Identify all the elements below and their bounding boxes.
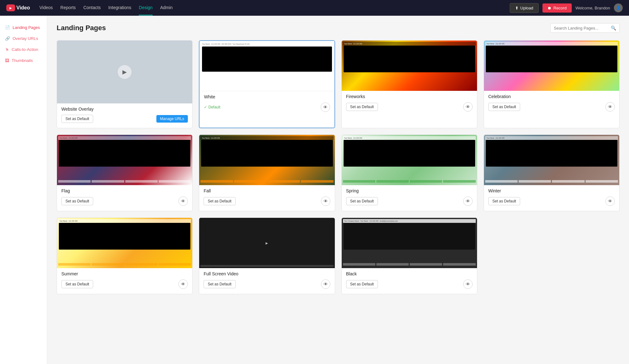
upload-button[interactable]: ⬆ Upload [510, 3, 539, 13]
logo[interactable]: Video [6, 4, 30, 11]
sidebar-item-landing-pages[interactable]: 📄 Landing Pages [0, 22, 47, 33]
thumb-black-link-2 [376, 263, 409, 266]
nav-integrations[interactable]: Integrations [108, 0, 131, 15]
thumb-video-summer [59, 223, 190, 250]
nav-reports[interactable]: Reports [60, 0, 76, 15]
set-default-button-summer[interactable]: Set as Default [61, 280, 93, 288]
set-default-button-fireworks[interactable]: Set as Default [346, 103, 378, 111]
thumb-fall-link-4 [301, 180, 333, 183]
preview-button-white[interactable]: 👁 [321, 102, 330, 112]
set-default-button-flag[interactable]: Set as Default [61, 197, 93, 205]
thumb-flag-link-4 [159, 180, 191, 183]
template-info-fullscreen: Full Screen Video Set as Default 👁 [199, 268, 334, 289]
thumb-black-link-1 [343, 263, 375, 266]
thumb-winter-link-4 [586, 180, 618, 183]
default-badge: ✓ Default [204, 105, 220, 109]
top-navigation: Video Videos Reports Contacts Integratio… [0, 0, 629, 16]
template-thumbnail-celebration: Your Name · 111-222-333 ▶ [484, 41, 619, 91]
set-default-button-fullscreen[interactable]: Set as Default [204, 280, 235, 288]
preview-button-celebration[interactable]: 👁 [605, 102, 615, 112]
template-thumbnail-winter: Your Name · 111-222-333 ▶ [484, 135, 619, 185]
set-default-button-black[interactable]: Set as Default [346, 280, 378, 288]
template-thumbnail-fullscreen: ▶ [199, 218, 334, 268]
template-info-summer: Summer Set as Default 👁 [57, 268, 192, 289]
thumb-footer-black [343, 263, 476, 266]
template-thumbnail-flag: Your Name · 111-222-333 ▶ [57, 135, 192, 185]
thumb-video-fall [201, 140, 333, 167]
template-actions-flag: Set as Default 👁 [61, 196, 188, 206]
preview-button-winter[interactable]: 👁 [605, 196, 615, 206]
upload-icon: ⬆ [515, 6, 519, 10]
page-title: Landing Pages [57, 24, 106, 32]
thumb-flag-link-3 [125, 180, 158, 183]
preview-button-spring[interactable]: 👁 [463, 196, 473, 206]
template-info-celebration: Celebration Set as Default 👁 [484, 91, 619, 112]
check-icon: ✓ [204, 105, 207, 109]
eye-icon-fullscreen: 👁 [323, 282, 328, 287]
nav-videos[interactable]: Videos [39, 0, 53, 15]
main-layout: 📄 Landing Pages 🔗 Overlay URLs 🖱 Calls-t… [0, 16, 629, 364]
template-actions-summer: Set as Default 👁 [61, 279, 188, 289]
template-info-website-overlay: Website Overlay Set as Default Manage UR… [57, 103, 192, 123]
thumb-video-fireworks [344, 46, 475, 72]
template-card-black: Your Company Name · Your Name · 111-222-… [341, 218, 477, 294]
template-name-celebration: Celebration [488, 94, 615, 99]
set-default-button-spring[interactable]: Set as Default [346, 197, 378, 205]
eye-icon-winter: 👁 [608, 199, 612, 204]
template-card-fall: Your Name · 111-222-333 ▶ Fall Set as De… [199, 135, 335, 211]
template-thumbnail-fall: Your Name · 111-222-333 ▶ [199, 135, 334, 185]
record-button[interactable]: ⏺ Record [542, 3, 572, 13]
thumb-fall-link-3 [267, 180, 300, 183]
link-icon: 🔗 [5, 36, 10, 41]
thumb-fall-link-2 [234, 180, 267, 183]
template-name-winter: Winter [488, 188, 615, 193]
nav-contacts[interactable]: Contacts [83, 0, 101, 15]
template-thumbnail-white: Your Name · 111-222-333 · 222-333-4444 ·… [199, 41, 334, 91]
thumb-spring-link-2 [376, 180, 409, 183]
sidebar-item-calls-to-action[interactable]: 🖱 Calls-to-Action [0, 44, 47, 55]
template-card-spring: Your Name · 111-222-333 ▶ Spring Set as … [341, 135, 477, 211]
thumb-black-link-4 [443, 263, 475, 266]
thumb-link-1 [201, 86, 233, 88]
template-thumbnail-fireworks: Your Name · 111-222-333 ▶ [342, 41, 477, 91]
template-card-winter: Your Name · 111-222-333 ▶ Winter Set as … [484, 135, 620, 211]
nav-design[interactable]: Design [139, 0, 153, 15]
template-thumbnail-website-overlay: ▶ [57, 41, 192, 103]
sidebar-item-thumbnails[interactable]: 🖼 Thumbnails [0, 55, 47, 66]
thumb-video-flag [59, 140, 190, 167]
search-input[interactable] [554, 26, 609, 30]
set-default-button-celebration[interactable]: Set as Default [488, 103, 520, 111]
thumb-spring-link-4 [443, 180, 475, 183]
preview-button-black[interactable]: 👁 [463, 279, 473, 289]
thumb-summer-link-4 [159, 263, 191, 266]
thumb-header-celebration: Your Name · 111-222-333 [485, 42, 618, 46]
thumb-header-winter: Your Name · 111-222-333 [485, 136, 618, 140]
preview-button-fall[interactable]: 👁 [321, 196, 330, 206]
logo-icon [6, 4, 15, 11]
thumb-header-fireworks: Your Name · 111-222-333 [343, 42, 476, 46]
thumb-black-link-3 [410, 263, 442, 266]
template-name-website-overlay: Website Overlay [61, 107, 188, 112]
set-default-button-website-overlay[interactable]: Set as Default [61, 115, 93, 123]
thumb-fall-link-1 [200, 180, 233, 183]
thumb-header-fall: Your Name · 111-222-333 [200, 136, 333, 140]
thumb-winter-link-3 [552, 180, 584, 183]
template-thumbnail-black: Your Company Name · Your Name · 111-222-… [342, 218, 477, 268]
search-icon: 🔍 [611, 25, 616, 30]
thumb-link-3 [267, 86, 300, 88]
template-info-winter: Winter Set as Default 👁 [484, 185, 619, 206]
set-default-button-fall[interactable]: Set as Default [204, 197, 235, 205]
preview-button-summer[interactable]: 👁 [178, 279, 188, 289]
sidebar-item-overlay-urls[interactable]: 🔗 Overlay URLs [0, 33, 47, 44]
set-default-button-winter[interactable]: Set as Default [488, 197, 520, 205]
template-card-fireworks: Your Name · 111-222-333 ▶ Fireworks Set … [341, 40, 477, 128]
manage-urls-button[interactable]: Manage URLs [156, 115, 188, 123]
file-icon: 📄 [5, 25, 10, 30]
thumb-link-2 [234, 86, 267, 88]
preview-button-fireworks[interactable]: 👁 [463, 102, 473, 112]
nav-admin[interactable]: Admin [160, 0, 173, 15]
template-name-white: White [204, 94, 330, 99]
avatar[interactable]: 👤 [614, 3, 623, 12]
preview-button-flag[interactable]: 👁 [178, 196, 188, 206]
preview-button-fullscreen[interactable]: 👁 [321, 279, 330, 289]
